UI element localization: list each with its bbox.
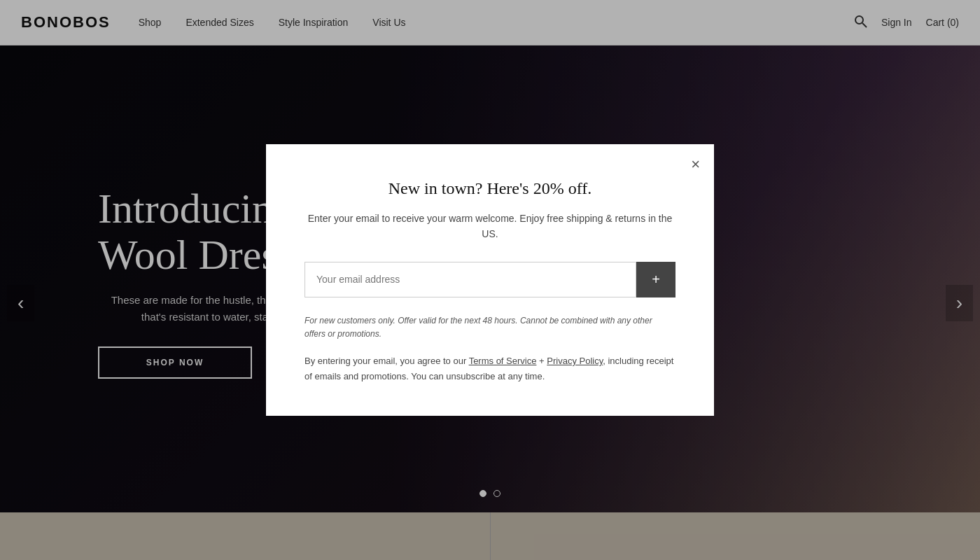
terms-of-service-link[interactable]: Terms of Service [469,356,537,366]
privacy-policy-link[interactable]: Privacy Policy [547,356,603,366]
modal-close-button[interactable]: × [691,157,700,172]
modal: × New in town? Here's 20% off. Enter you… [266,144,714,416]
email-form: + [304,262,676,298]
modal-disclaimer: For new customers only. Offer valid for … [304,314,676,341]
email-submit-button[interactable]: + [636,262,676,298]
modal-subtitle: Enter your email to receive your warm we… [304,211,676,242]
modal-overlay: × New in town? Here's 20% off. Enter you… [0,0,980,560]
email-input[interactable] [304,262,636,298]
modal-terms: By entering your email, you agree to our… [304,354,676,384]
modal-title: New in town? Here's 20% off. [304,179,676,198]
